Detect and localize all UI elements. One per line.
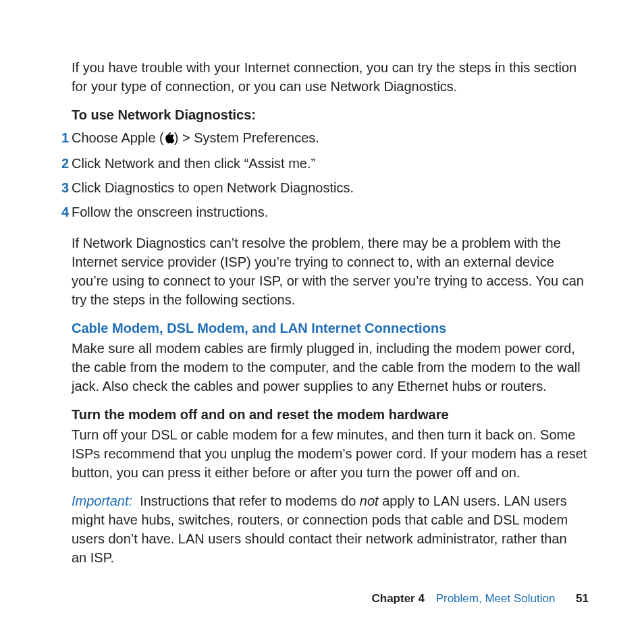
- step-text-post: ) > System Preferences.: [174, 130, 319, 145]
- chapter-title: Problem, Meet Solution: [436, 592, 556, 605]
- chapter-label: Chapter 4: [371, 592, 424, 605]
- step-number: 4: [55, 203, 69, 221]
- document-page: If you have trouble with your Internet c…: [0, 0, 644, 644]
- step-number: 2: [55, 154, 69, 173]
- important-text-pre: Instructions that refer to modems do: [140, 493, 360, 508]
- reset-modem-body: Turn off your DSL or cable modem for a f…: [72, 425, 589, 482]
- step-text: Choose Apple () > System Preferences.: [72, 130, 319, 145]
- step-number: 1: [55, 128, 69, 147]
- step-text-pre: Choose Apple (: [72, 130, 164, 145]
- step-item: 1 Choose Apple () > System Preferences.: [72, 126, 589, 151]
- diagnostics-heading: To use Network Diagnostics:: [72, 105, 589, 124]
- reset-modem-heading: Turn the modem off and on and reset the …: [72, 405, 589, 424]
- cable-modem-body: Make sure all modem cables are firmly pl…: [72, 339, 589, 396]
- intro-paragraph: If you have trouble with your Internet c…: [72, 58, 589, 96]
- step-item: 3 Click Diagnostics to open Network Diag…: [72, 176, 589, 200]
- step-text: Click Diagnostics to open Network Diagno…: [72, 180, 354, 195]
- diagnostics-followup-paragraph: If Network Diagnostics can’t resolve the…: [72, 234, 589, 309]
- diagnostics-steps-list: 1 Choose Apple () > System Preferences. …: [72, 126, 589, 224]
- apple-logo-icon: [164, 130, 174, 149]
- step-text: Click Network and then click “Assist me.…: [72, 156, 315, 171]
- important-label: Important:: [72, 493, 140, 508]
- important-not-emphasis: not: [360, 493, 379, 508]
- important-note: Important: Instructions that refer to mo…: [72, 491, 589, 567]
- step-number: 3: [55, 178, 69, 197]
- cable-modem-heading: Cable Modem, DSL Modem, and LAN Internet…: [72, 319, 589, 338]
- step-item: 4 Follow the onscreen instructions.: [72, 200, 589, 224]
- page-footer: Chapter 4 Problem, Meet Solution 51: [371, 591, 589, 607]
- step-text: Follow the onscreen instructions.: [72, 205, 268, 219]
- page-number: 51: [576, 592, 589, 605]
- step-item: 2 Click Network and then click “Assist m…: [72, 151, 589, 176]
